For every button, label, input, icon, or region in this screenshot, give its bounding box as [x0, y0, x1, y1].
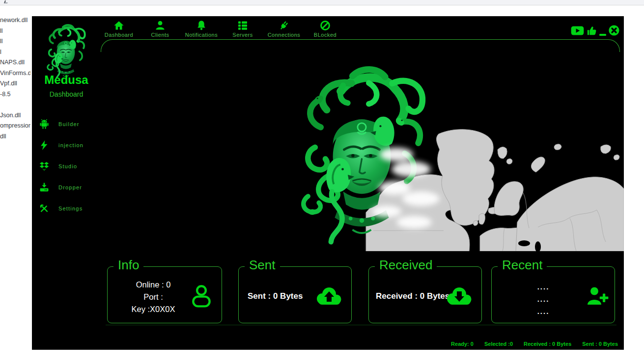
- top-navbar: Dashboard Clients Notifications Servers: [98, 20, 346, 41]
- recent-list-item: ....: [521, 293, 565, 305]
- dll-line: ll: [0, 36, 30, 47]
- port-value: Port :: [116, 291, 190, 303]
- plug-icon: [278, 20, 290, 31]
- tab-label: Servers: [232, 32, 252, 38]
- received-card: Received Received : 0 Bytes: [368, 266, 482, 323]
- sent-card: Sent Sent : 0 Bytes: [238, 266, 352, 323]
- app-title: Medusa: [32, 73, 101, 87]
- status-bar: Ready: 0 Selected :0 Received : 0 Bytes …: [451, 341, 618, 347]
- server-list-icon: [237, 20, 249, 31]
- home-icon: [113, 20, 125, 31]
- person-icon: [154, 20, 166, 31]
- background-dll-list: nework.dll ll ll l NAPS.dll VinForms.dll…: [0, 15, 30, 142]
- page-title: Dashboard: [32, 90, 101, 98]
- tab-blocked[interactable]: BLocked: [305, 20, 346, 41]
- tab-label: Notifications: [185, 32, 218, 38]
- sidebar-item-label: Studio: [58, 163, 77, 169]
- dll-line: ll: [0, 26, 30, 37]
- sidebar-item-settings[interactable]: Settings: [39, 198, 101, 219]
- sidebar-item-label: injection: [58, 142, 84, 148]
- recent-card-legend: Recent: [498, 258, 547, 273]
- dll-line: Vpf.dll: [0, 78, 30, 89]
- tab-connections[interactable]: Connections: [263, 20, 305, 41]
- tab-label: BLocked: [314, 32, 336, 38]
- close-icon[interactable]: [608, 25, 620, 36]
- youtube-icon[interactable]: [571, 26, 584, 35]
- cloud-download-icon: [444, 285, 474, 307]
- background-window-fragment: [4, 0, 8, 3]
- tab-label: Connections: [268, 32, 301, 38]
- content-panel-border-bottom: [106, 325, 616, 325]
- recent-list-item: ....: [521, 281, 565, 293]
- bell-icon: [196, 20, 207, 31]
- sidebar-item-builder[interactable]: Builder: [39, 113, 101, 134]
- sidebar-menu: Builder injection Studio Dropper: [39, 113, 101, 219]
- person-add-icon: [585, 286, 609, 306]
- medusa-logo: [41, 23, 91, 78]
- recent-card: Recent .... .... ....: [491, 266, 615, 323]
- sidebar-item-dropper[interactable]: Dropper: [39, 177, 101, 198]
- tab-dashboard[interactable]: Dashboard: [98, 20, 140, 41]
- lightning-icon: [39, 140, 50, 151]
- tab-notifications[interactable]: Notifications: [181, 20, 222, 41]
- sidebar-item-studio[interactable]: Studio: [39, 156, 101, 177]
- sidebar: Medusa Dashboard Builder injection: [32, 16, 101, 350]
- sidebar-item-label: Dropper: [58, 184, 82, 190]
- info-card-values: Online : 0 Port : Key :X0X0X: [116, 279, 190, 315]
- thumbs-up-icon[interactable]: [586, 25, 597, 36]
- blocked-icon: [319, 20, 331, 31]
- status-selected: Selected :0: [484, 341, 513, 347]
- sent-card-legend: Sent: [245, 258, 280, 273]
- status-ready: Ready: 0: [451, 341, 474, 347]
- dll-line: [0, 100, 30, 110]
- recent-list-item: ....: [521, 305, 565, 317]
- install-icon: [39, 182, 50, 193]
- received-value: Received : 0 Bytes: [376, 291, 449, 301]
- person-outline-icon: [189, 283, 214, 309]
- info-card-legend: Info: [113, 258, 143, 273]
- recent-list: .... .... ....: [521, 281, 565, 317]
- sent-value: Sent : 0 Bytes: [248, 291, 303, 301]
- tools-icon: [39, 203, 50, 214]
- dll-line: nework.dll: [0, 15, 30, 26]
- received-card-legend: Received: [375, 258, 437, 273]
- tab-clients[interactable]: Clients: [140, 20, 181, 41]
- dll-line: -8.5: [0, 89, 30, 100]
- status-sent: Sent : 0 Bytes: [582, 341, 618, 347]
- info-card: Info Online : 0 Port : Key :X0X0X: [107, 266, 222, 323]
- background-window-strip: [0, 0, 644, 5]
- dll-line: ompression.Z: [0, 121, 30, 131]
- dll-line: VinForms.dll: [0, 68, 30, 79]
- dropbox-icon: [39, 161, 50, 172]
- tab-label: Dashboard: [105, 32, 133, 38]
- dll-line: l: [0, 47, 30, 58]
- medusa-app-window: Dashboard Clients Notifications Servers: [32, 16, 624, 350]
- cloud-upload-icon: [314, 285, 343, 307]
- sidebar-item-injection[interactable]: injection: [39, 134, 101, 156]
- tab-servers[interactable]: Servers: [222, 20, 263, 41]
- dll-line: dll: [0, 131, 30, 142]
- sidebar-item-label: Builder: [58, 121, 80, 127]
- window-controls: [571, 25, 620, 36]
- tab-label: Clients: [151, 32, 169, 38]
- sidebar-item-label: Settings: [58, 206, 83, 211]
- dll-line: Json.dll: [0, 110, 30, 121]
- dll-line: NAPS.dll: [0, 57, 30, 68]
- online-count: Online : 0: [116, 279, 190, 291]
- android-icon: [39, 119, 50, 130]
- key-value: Key :X0X0X: [116, 303, 190, 315]
- status-received: Received : 0 Bytes: [524, 341, 571, 347]
- minimize-icon[interactable]: [599, 34, 606, 36]
